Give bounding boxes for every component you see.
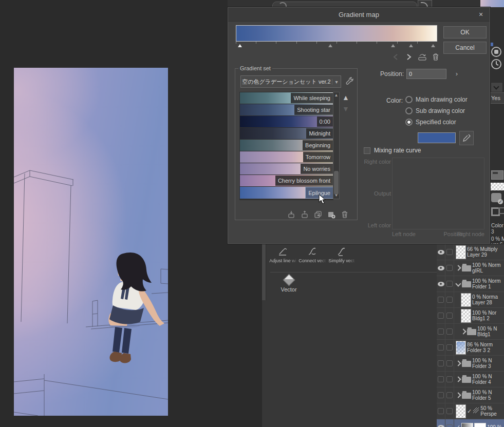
duplicate-set-icon[interactable] (313, 210, 323, 219)
delete-gradient-icon[interactable] (340, 210, 349, 219)
layer-row[interactable]: ✓ ✓ 0 % Norma Layer 28 (437, 292, 504, 308)
layer-row[interactable]: ✓ ✓ 100 % (437, 419, 504, 427)
move-item-down-icon[interactable]: ▼ (342, 105, 349, 112)
gradient-preset[interactable]: 0:00 (240, 116, 333, 128)
layer-thumbnail[interactable] (456, 341, 466, 355)
move-item-up-icon[interactable]: ▲ (342, 94, 349, 101)
gradient-preview-bar[interactable] (236, 25, 437, 42)
gradient-preset[interactable]: Midnight (240, 128, 333, 140)
expand-arrow-icon[interactable] (460, 328, 466, 334)
timelapse-icon[interactable] (491, 59, 502, 70)
layer-visibility-toggle[interactable] (437, 340, 445, 355)
mixing-rate-curve-row[interactable]: Mixing rate curve (364, 147, 421, 154)
layer-visibility-toggle[interactable] (437, 372, 445, 387)
layer-thumbnail[interactable] (456, 245, 466, 259)
position-input[interactable] (406, 69, 446, 79)
gradient-preset[interactable]: Shooting star (240, 104, 333, 116)
layer-check-cell[interactable] (445, 292, 454, 307)
layer-visibility-toggle[interactable] (437, 419, 445, 427)
layer-thumbnail[interactable] (461, 293, 471, 307)
eyedropper-button[interactable] (459, 131, 474, 145)
export-set-icon[interactable] (300, 210, 309, 219)
collapse-icon[interactable] (491, 82, 503, 92)
layer-check-cell[interactable] (445, 276, 454, 292)
subtool-simplify-vector[interactable]: Simplify vect (327, 246, 356, 263)
expand-arrow-icon[interactable] (455, 376, 461, 382)
record-icon[interactable] (491, 46, 502, 57)
navigator-thumbnail[interactable] (480, 0, 504, 7)
layer-visibility-toggle[interactable] (437, 244, 445, 260)
layer-visibility-toggle[interactable] (437, 387, 445, 403)
gradient-map-thumbnail[interactable] (461, 423, 473, 427)
layer-visibility-toggle[interactable] (437, 403, 445, 419)
radio-main-drawing-color[interactable]: Main drawing color (405, 96, 468, 103)
layer-check-cell[interactable] (445, 403, 454, 419)
layer-visibility-toggle[interactable] (437, 308, 445, 323)
layer-thumbnail[interactable] (456, 404, 466, 418)
toolbar-input-bar[interactable] (272, 2, 417, 7)
layer-row[interactable]: ✓ ✓ 86 % Norm Folder 3 2 (437, 340, 504, 356)
subtool-connect-vector[interactable]: Connect vect (297, 246, 327, 263)
layer-check-cell[interactable] (445, 308, 454, 323)
layer-check-cell[interactable] (445, 260, 454, 276)
gradient-preset[interactable]: No worries (240, 163, 333, 175)
blend-check-icon[interactable] (491, 193, 501, 202)
expand-arrow-icon[interactable] (455, 360, 461, 366)
gradient-preset[interactable]: Tomorrow (240, 151, 333, 163)
new-gradient-icon[interactable] (327, 210, 336, 219)
gradient-preset[interactable]: While sleeping (240, 92, 333, 104)
expand-arrow-icon[interactable] (455, 265, 461, 270)
flip-gradient-icon[interactable] (417, 52, 427, 62)
cancel-button[interactable]: Cancel (443, 42, 487, 54)
gradient-node-row[interactable] (236, 42, 437, 47)
layer-row[interactable]: ✓ ✓ 100 % N Folder 4 (437, 372, 504, 387)
delete-node-icon[interactable] (431, 52, 441, 62)
yes-button[interactable]: Yes (490, 92, 504, 104)
layer-row[interactable]: ✓ ✓ 100 % Nor Bldg1 2 (437, 308, 504, 324)
gradient-node-caret[interactable] (409, 44, 413, 47)
gradient-preset[interactable]: Beginning (240, 140, 333, 151)
curve-tool-icon[interactable] (418, 0, 432, 7)
film-icon[interactable] (491, 170, 503, 180)
position-next-icon[interactable]: › (453, 68, 461, 79)
layer-row[interactable]: ✓ ✓ 100 % Norm Folder 1 (437, 276, 504, 292)
specified-color-swatch[interactable] (418, 132, 456, 143)
radio-sub-drawing-color[interactable]: Sub drawing color (405, 107, 465, 114)
gradient-list-scrollbar[interactable]: ▲ ▼ (333, 92, 340, 199)
close-icon[interactable]: × (476, 10, 486, 19)
gradient-node-caret[interactable] (328, 44, 332, 47)
checkbox-icon[interactable] (364, 147, 370, 154)
gradient-preset[interactable]: Cherry blossom front (240, 175, 333, 187)
layer-check-cell[interactable] (445, 387, 454, 403)
layer-visibility-toggle[interactable] (437, 276, 445, 292)
layer-row[interactable]: ✓ ✓ 66 % Multiply Layer 29 (437, 244, 504, 260)
layer-row[interactable]: ✓ ✓ 100 % N Folder 3 (437, 356, 504, 372)
scroll-up-icon[interactable]: ▲ (333, 92, 339, 99)
radio-specified-color[interactable]: Specified color (405, 119, 456, 126)
gradient-node-caret[interactable] (391, 44, 395, 47)
prev-node-icon[interactable] (390, 52, 401, 62)
wrench-icon[interactable] (345, 76, 354, 88)
subtool-vector-eraser[interactable]: Vector (273, 276, 304, 293)
square-outline-icon[interactable] (498, 207, 504, 214)
layer-check-cell[interactable] (445, 419, 454, 427)
expand-arrow-icon[interactable] (455, 392, 461, 398)
layer-row[interactable]: ✓ ✓ 100 % Norm gIRL (437, 260, 504, 276)
scrollbar-thumb[interactable] (334, 171, 339, 195)
layer-visibility-toggle[interactable] (437, 324, 445, 339)
layer-visibility-toggle[interactable] (437, 356, 445, 371)
layer-mask-thumbnail[interactable] (474, 423, 486, 427)
subtool-adjust-line-width[interactable]: Adjust line wi (268, 246, 297, 263)
layer-row[interactable]: ✓ ✓ 100 % N Folder 5 (437, 387, 504, 403)
layer-row[interactable]: ✓ ✓ 100 % N Bldg1 (437, 324, 504, 340)
layer-visibility-toggle[interactable] (437, 292, 445, 307)
layer-check-cell[interactable] (445, 324, 454, 339)
canvas[interactable] (14, 68, 168, 416)
layer-visibility-toggle[interactable] (437, 260, 445, 276)
gradient-node-caret[interactable] (431, 44, 435, 47)
layer-check-cell[interactable] (445, 356, 454, 371)
next-node-icon[interactable] (404, 52, 414, 62)
gradient-node-caret[interactable] (238, 44, 242, 47)
layer-check-cell[interactable] (445, 372, 454, 387)
gradient-set-dropdown[interactable]: 空の色グラデーションセット ver.2 ▾ (240, 75, 341, 88)
